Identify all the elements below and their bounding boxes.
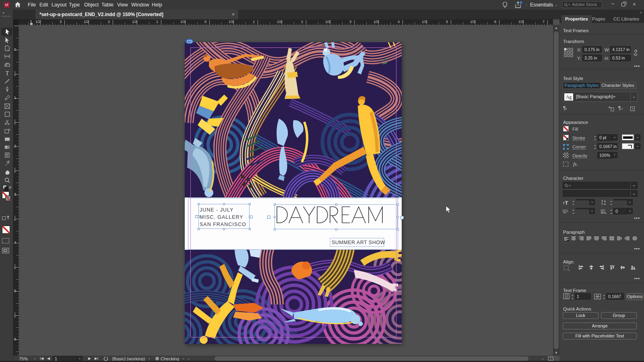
svg-text:A: A [604, 202, 606, 206]
svg-text:VA: VA [601, 208, 605, 212]
svg-text:T: T [6, 70, 9, 76]
svg-text:V/A: V/A [562, 209, 568, 213]
